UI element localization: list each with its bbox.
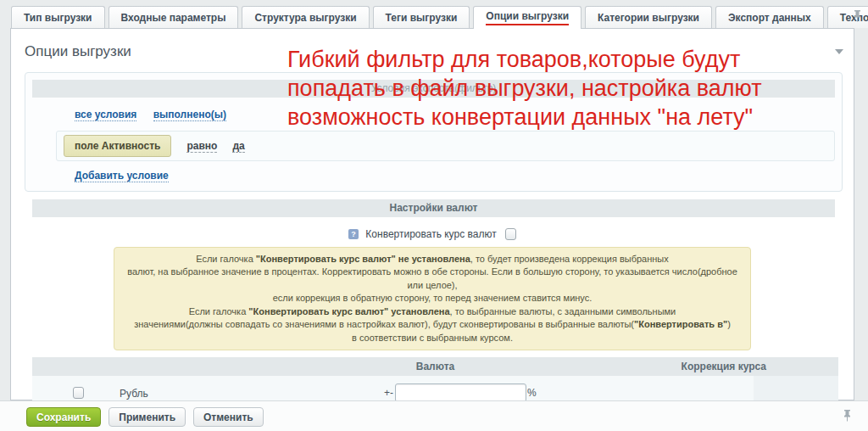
page-title: Опции выгрузки: [25, 43, 854, 60]
correction-prefix-label: +-: [384, 387, 393, 399]
add-condition-row: Добавить условие: [75, 170, 835, 182]
filter-condition-row: поле Активность равно да: [56, 131, 835, 161]
tab-7[interactable]: Техподдержка: [827, 6, 868, 28]
condition-operator-link[interactable]: равно: [186, 140, 217, 153]
currency-name: Рубль: [120, 388, 148, 400]
filter-section-header: Условия экспорта(фильтр): [32, 80, 835, 98]
info-line: значениями(должны совпадать со значениям…: [122, 318, 743, 332]
column-correction-label: Коррекция курса: [682, 357, 766, 376]
info-line: если коррекция в обратную сторону, то пе…: [122, 292, 743, 305]
condition-field-button[interactable]: поле Активность: [64, 135, 171, 157]
info-line: Если галочка "Конвертировать курс валют"…: [122, 253, 743, 266]
main-panel: Опции выгрузки Условия экспорта(фильтр) …: [10, 28, 854, 400]
tab-label: Экспорт данных: [728, 12, 811, 24]
tab-4[interactable]: Опции выгрузки: [473, 6, 581, 29]
apply-button[interactable]: Применить: [108, 407, 186, 427]
pin-icon[interactable]: [854, 9, 861, 25]
tab-3[interactable]: Теги выгрузки: [373, 6, 470, 28]
pin-icon[interactable]: [843, 409, 851, 425]
footer-buttons: Сохранить Применить Отменить: [26, 407, 264, 427]
add-condition-link[interactable]: Добавить условие: [75, 170, 169, 182]
tab-1[interactable]: Входные параметры: [108, 6, 239, 28]
currency-row-checkbox[interactable]: [73, 387, 84, 399]
percent-label: %: [527, 387, 537, 399]
filter-section: Условия экспорта(фильтр) все условия вып…: [25, 72, 843, 192]
tab-label: Входные параметры: [121, 12, 226, 24]
conditions-met-link[interactable]: выполнено(ы): [153, 109, 226, 121]
convert-rate-label: Конвертировать курс валют: [365, 228, 496, 240]
column-currency-label: Валюта: [416, 361, 454, 372]
info-line: в соответствии с выбранным курсом.: [122, 332, 743, 345]
currency-section-header: Настройки валют: [32, 199, 835, 217]
tab-2[interactable]: Структура выгрузки: [242, 6, 369, 28]
tab-label: Тип выгрузки: [24, 12, 92, 24]
convert-rate-row: ? Конвертировать курс валют: [11, 227, 854, 240]
all-conditions-link[interactable]: все условия: [75, 109, 136, 121]
footer-bar: Сохранить Применить Отменить: [0, 400, 868, 431]
info-line: Если галочка "Конвертировать курс валют"…: [122, 305, 743, 319]
tab-label: Теги выгрузки: [386, 12, 458, 24]
currency-info-box: Если галочка "Конвертировать курс валют"…: [114, 247, 751, 351]
collapse-arrow-icon[interactable]: [835, 49, 843, 54]
tab-label: Категории выгрузки: [598, 12, 699, 24]
tab-6[interactable]: Экспорт данных: [715, 6, 824, 28]
cancel-button[interactable]: Отменить: [193, 407, 264, 427]
currency-table-header: Валюта Коррекция курса: [32, 357, 838, 376]
tab-label: Опции выгрузки: [486, 10, 569, 25]
filter-links-row: все условия выполнено(ы): [75, 109, 835, 120]
tab-label: Структура выгрузки: [254, 12, 356, 24]
condition-value-link[interactable]: да: [232, 140, 244, 153]
save-button[interactable]: Сохранить: [26, 407, 101, 427]
help-question-icon[interactable]: ?: [348, 229, 359, 239]
tab-0[interactable]: Тип выгрузки: [11, 6, 105, 28]
info-line: валют, на выбранное значение в процентах…: [122, 266, 743, 292]
convert-rate-checkbox[interactable]: [505, 228, 516, 240]
tab-5[interactable]: Категории выгрузки: [585, 6, 712, 28]
tab-bar: Тип выгрузки Входные параметры Структура…: [11, 6, 868, 28]
